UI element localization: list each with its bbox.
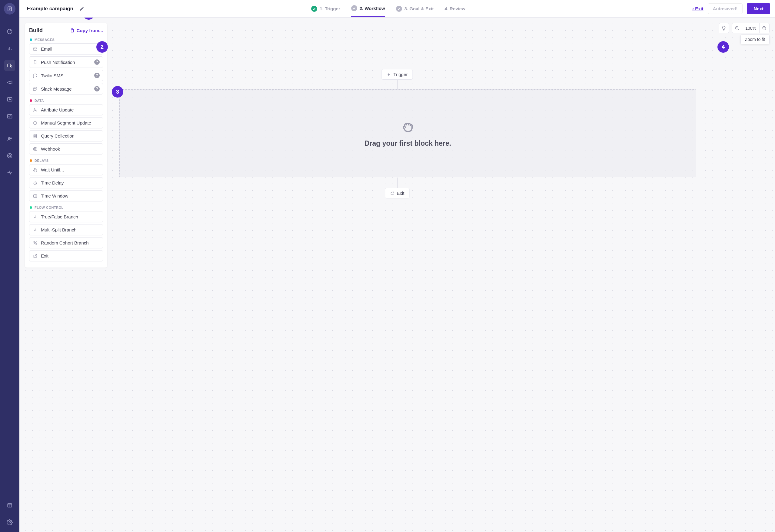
block-webhook[interactable]: Webhook (29, 143, 103, 154)
block-random-cohort-branch[interactable]: Random Cohort Branch (29, 237, 103, 248)
block-manual-segment-update[interactable]: Manual Segment Update (29, 117, 103, 128)
block-wait-until[interactable]: Wait Until... (29, 164, 103, 175)
nav-settings-icon[interactable] (4, 517, 15, 528)
svg-rect-12 (8, 114, 12, 118)
svg-point-16 (9, 155, 11, 157)
step-review[interactable]: 4. Review (445, 0, 465, 17)
edit-icon[interactable] (79, 6, 84, 11)
exit-label: Exit (397, 190, 404, 196)
zoom-out-icon (735, 26, 740, 31)
section-dot (30, 206, 32, 209)
hint-button[interactable] (719, 23, 729, 33)
help-icon[interactable]: ? (94, 86, 100, 91)
svg-point-29 (34, 108, 35, 110)
section-dot (30, 99, 32, 102)
nav-campaigns-icon[interactable] (4, 60, 15, 71)
section-dot (30, 38, 32, 41)
zoom-in-icon (762, 26, 767, 31)
nav-segment-icon[interactable] (4, 150, 15, 161)
section-data-label: DATA (30, 99, 103, 102)
block-multi-split-branch[interactable]: Multi-Split Branch (29, 224, 103, 235)
callout-badge-2: 2 (96, 41, 108, 53)
chat-icon (32, 86, 38, 91)
zoom-in-button[interactable] (759, 23, 770, 33)
nav-play-icon[interactable] (4, 94, 15, 105)
svg-point-26 (34, 88, 35, 89)
block-twilio-sms[interactable]: Twilio SMS ? (29, 70, 103, 81)
exit-link[interactable]: Exit (692, 6, 704, 11)
block-label: Attribute Update (41, 107, 74, 112)
step-goal-exit[interactable]: 3. Goal & Exit (396, 0, 434, 17)
nav-send-icon[interactable] (4, 111, 15, 122)
callout-badge-1: 1 (83, 18, 94, 20)
block-label: Query Collection (41, 133, 74, 138)
block-label: Time Delay (41, 180, 64, 185)
block-attribute-update[interactable]: Attribute Update (29, 104, 103, 115)
dropzone[interactable]: Drag your first block here. (119, 89, 696, 177)
block-email[interactable]: Email (29, 43, 103, 54)
block-slack-message[interactable]: Slack Message ? (29, 83, 103, 94)
check-icon (351, 5, 357, 11)
build-panel: Build Copy from... MESSAGES Email (25, 23, 107, 268)
user-edit-icon (32, 107, 38, 112)
block-label: Wait Until... (41, 167, 64, 172)
step-workflow[interactable]: 2. Workflow (351, 0, 385, 17)
copy-from-button[interactable]: Copy from... (70, 28, 103, 33)
external-icon (390, 191, 394, 195)
zoom-group: 100% (732, 23, 770, 33)
block-label: Push Notification (41, 60, 75, 65)
step-label: 4. Review (445, 6, 465, 11)
svg-point-15 (8, 154, 12, 158)
workflow-canvas[interactable]: 100% Zoom to fit Trigger Dr (19, 18, 775, 532)
block-time-delay[interactable]: Time Delay (29, 177, 103, 188)
section-dot (30, 159, 32, 162)
connector-line (397, 80, 398, 89)
svg-marker-11 (9, 99, 11, 100)
block-label: Manual Segment Update (41, 120, 91, 125)
exit-node[interactable]: Exit (385, 188, 409, 198)
chat-icon (32, 73, 38, 78)
svg-line-35 (35, 183, 36, 183)
help-icon[interactable]: ? (94, 73, 100, 78)
block-push-notification[interactable]: Push Notification ? (29, 56, 103, 68)
nav-dashboard-icon[interactable] (4, 26, 15, 37)
nav-sidebar (0, 0, 19, 532)
block-label: True/False Branch (41, 214, 78, 219)
svg-rect-17 (8, 504, 12, 507)
clock-icon (32, 193, 38, 198)
block-time-window[interactable]: Time Window (29, 190, 103, 201)
trigger-label: Trigger (394, 72, 408, 77)
next-button[interactable]: Next (747, 3, 770, 14)
step-label: 1. Trigger (319, 6, 340, 11)
external-icon (32, 253, 38, 258)
nav-analytics-icon[interactable] (4, 43, 15, 54)
block-true-false-branch[interactable]: True/False Branch (29, 211, 103, 222)
nav-data-icon[interactable] (4, 500, 15, 511)
trigger-node[interactable]: Trigger (382, 69, 413, 80)
section-messages-label: MESSAGES (30, 38, 103, 41)
zoom-to-fit-button[interactable]: Zoom to fit (740, 35, 770, 44)
nav-people-icon[interactable] (4, 133, 15, 144)
phone-icon (32, 60, 38, 64)
callout-badge-3: 3 (112, 86, 123, 97)
hand-icon (32, 167, 38, 172)
callout-badge-4: 4 (717, 41, 729, 53)
svg-point-34 (34, 182, 36, 184)
dropzone-text: Drag your first block here. (364, 139, 451, 147)
database-icon (32, 134, 38, 138)
block-query-collection[interactable]: Query Collection (29, 130, 103, 141)
zoom-out-button[interactable] (732, 23, 742, 33)
nav-broadcast-icon[interactable] (4, 77, 15, 88)
svg-point-31 (34, 134, 36, 135)
step-label: 2. Workflow (359, 6, 385, 11)
nav-activity-icon[interactable] (4, 167, 15, 178)
campaign-title: Example campaign (27, 6, 73, 12)
help-icon[interactable]: ? (94, 59, 100, 65)
block-exit[interactable]: Exit (29, 250, 103, 261)
steps: 1. Trigger 2. Workflow 3. Goal & Exit 4.… (311, 0, 465, 17)
header: Example campaign 1. Trigger 2. Workflow (19, 0, 775, 18)
block-label: Slack Message (41, 86, 72, 91)
step-trigger[interactable]: 1. Trigger (311, 0, 340, 17)
connector-line (397, 177, 398, 188)
logo-icon[interactable] (4, 3, 15, 15)
